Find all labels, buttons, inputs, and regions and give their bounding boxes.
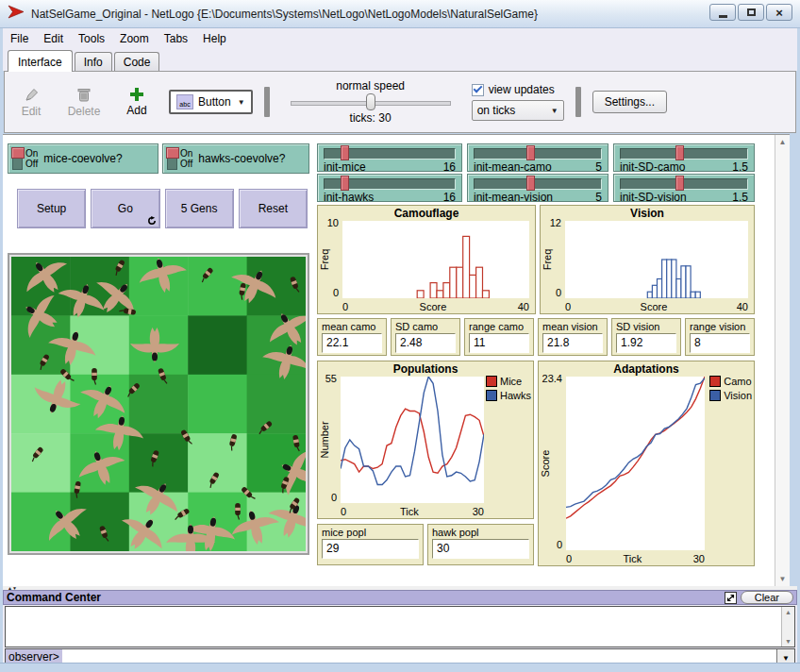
check-icon (473, 84, 482, 93)
on-label: On (180, 148, 192, 159)
y-max-tick: 23.4 (539, 373, 562, 384)
command-output: ▲ ▼ (5, 606, 795, 647)
maximize-button[interactable] (738, 4, 764, 21)
reset-button[interactable]: Reset (239, 189, 308, 228)
switch-toggle[interactable]: OnOff (167, 147, 192, 170)
scroll-down-icon[interactable]: ▼ (779, 575, 787, 583)
slider-init-SD-camo[interactable]: init-SD-camo1.5 (613, 143, 755, 172)
slider-knob[interactable] (526, 176, 535, 191)
command-center-title: Command Center (7, 591, 725, 604)
slider-knob[interactable] (675, 176, 684, 191)
speed-control: normal speed ticks: 30 (281, 79, 460, 125)
slider-value: 16 (443, 191, 456, 204)
update-mode-dropdown[interactable]: on ticks ▼ (472, 100, 564, 121)
mice-legend-swatch (486, 376, 497, 387)
toolbar-separator (575, 87, 581, 117)
switch-knob[interactable] (11, 147, 25, 159)
slider-track[interactable] (620, 148, 748, 160)
plot-camouflage: Camouflage 10 Freq 0 0 Score 40 (317, 205, 536, 314)
go-button[interactable]: Go (91, 189, 159, 228)
add-tool[interactable]: Add (116, 87, 158, 117)
monitor-label: range vision (686, 319, 754, 333)
world-view[interactable] (8, 253, 309, 555)
monitor-sd-camo: SD camo 2.48 (391, 318, 460, 356)
x-axis-label: Tick (400, 506, 419, 517)
switch-knob[interactable] (166, 147, 179, 159)
slider-track[interactable] (620, 178, 748, 190)
switch-toggle[interactable]: OnOff (12, 147, 38, 170)
edit-label: Edit (22, 105, 42, 118)
scroll-up-icon[interactable]: ▲ (779, 138, 787, 146)
slider-track[interactable] (324, 148, 456, 160)
x-min-tick: 0 (342, 301, 348, 312)
plot-populations: Populations 55 Number 0 0 Tick 30 Mice H… (317, 361, 534, 519)
menu-tools[interactable]: Tools (71, 29, 112, 48)
go-label: Go (118, 202, 133, 215)
command-center-header: Command Center Clear (3, 590, 797, 605)
monitor-value: 1.92 (616, 333, 676, 353)
slider-init-SD-vision[interactable]: init-SD-vision1.5 (613, 174, 755, 202)
slider-init-mean-vision[interactable]: init-mean-vision5 (467, 174, 608, 202)
monitor-mean-vision: mean vision 21.8 (538, 318, 608, 356)
slider-knob[interactable] (341, 176, 349, 191)
switch-hawks-coevolve[interactable]: OnOff hawks-coevolve? (162, 143, 309, 174)
menu-help[interactable]: Help (195, 29, 234, 48)
x-max-tick: 40 (737, 301, 748, 312)
tab-code[interactable]: Code (114, 52, 160, 71)
tab-interface[interactable]: Interface (8, 50, 73, 72)
slider-track[interactable] (324, 178, 456, 190)
slider-knob[interactable] (675, 145, 684, 160)
slider-init-hawks[interactable]: init-hawks16 (317, 174, 462, 202)
delete-tool[interactable]: Delete (63, 87, 105, 118)
slider-label: init-mean-camo (474, 160, 552, 174)
settings-button[interactable]: Settings... (592, 91, 667, 113)
interface-canvas: OnOff mice-coevolve? OnOff hawks-coevolv… (3, 134, 790, 586)
slider-init-mean-camo[interactable]: init-mean-camo5 (467, 143, 608, 172)
x-axis-label: Score (641, 301, 668, 312)
widget-type-dropdown[interactable]: abc Button ▼ (169, 90, 253, 114)
slider-knob[interactable] (526, 145, 535, 160)
minimize-button[interactable] (709, 4, 736, 21)
slider-label: init-mean-vision (474, 191, 553, 204)
slider-track[interactable] (474, 178, 602, 190)
monitor-range-vision: range vision 8 (685, 318, 755, 356)
button-widget-icon: abc (176, 94, 193, 109)
menu-file[interactable]: File (3, 29, 36, 48)
vertical-scrollbar[interactable]: ▲ ▼ (775, 135, 790, 586)
close-icon: × (775, 7, 783, 19)
menu-tabs[interactable]: Tabs (157, 29, 195, 48)
switch-mice-coevolve[interactable]: OnOff mice-coevolve? (8, 143, 158, 174)
monitor-range-camo: range camo 11 (464, 318, 534, 356)
output-scrollbar[interactable]: ▲ ▼ (781, 607, 794, 647)
tab-info[interactable]: Info (75, 52, 112, 71)
minimize-icon (719, 15, 727, 18)
monitor-label: mean vision (539, 319, 607, 333)
slider-knob[interactable] (341, 145, 349, 160)
title-bar: NatSelGame_Original - NetLogo {E:\Docume… (0, 0, 800, 28)
5-gens-button[interactable]: 5 Gens (165, 189, 234, 228)
y-min-tick: 0 (541, 287, 561, 298)
slider-init-mice[interactable]: init-mice16 (317, 143, 462, 172)
population-monitor-row: mice popl 29 hawk popl 30 (317, 524, 534, 565)
clear-button[interactable]: Clear (741, 591, 793, 604)
monitor-value: 30 (432, 539, 529, 559)
speed-slider[interactable] (291, 93, 451, 110)
menu-zoom[interactable]: Zoom (112, 29, 157, 48)
monitor-value: 21.8 (542, 333, 603, 353)
scroll-up-icon[interactable]: ▲ (785, 609, 792, 615)
slider-track[interactable] (474, 148, 602, 160)
slider-label: init-mice (324, 160, 366, 174)
x-min-tick: 0 (341, 506, 346, 517)
expand-icon[interactable] (725, 592, 737, 604)
scroll-down-icon[interactable]: ▼ (785, 638, 792, 645)
edit-tool[interactable]: Edit (10, 87, 52, 118)
close-button[interactable]: × (766, 4, 792, 21)
view-updates-checkbox[interactable] (472, 84, 484, 96)
monitor-label: SD vision (612, 319, 680, 333)
monitor-label: SD camo (392, 319, 459, 333)
menu-edit[interactable]: Edit (36, 29, 71, 48)
setup-button[interactable]: Setup (17, 189, 86, 228)
legend-label: Hawks (500, 390, 531, 401)
speed-slider-thumb[interactable] (366, 93, 375, 110)
delete-label: Delete (68, 105, 101, 118)
